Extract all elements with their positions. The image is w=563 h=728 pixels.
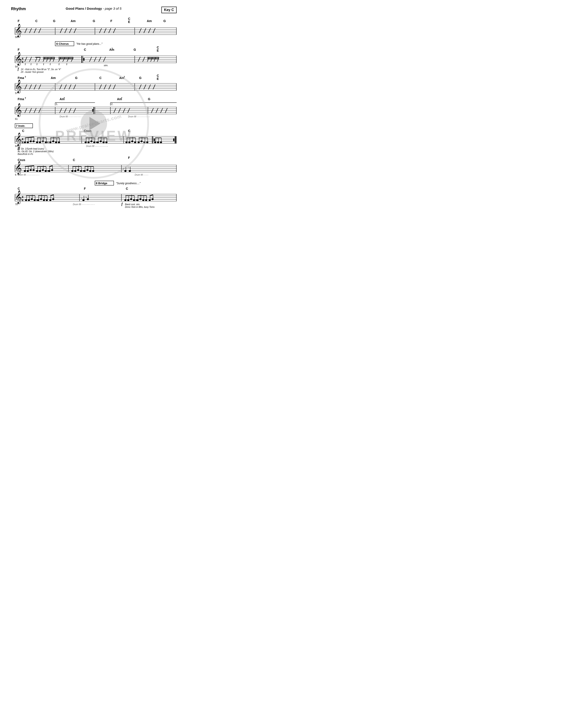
svg-line-22 xyxy=(29,28,32,33)
svg-text:E: E xyxy=(128,20,130,24)
svg-point-389 xyxy=(40,198,42,200)
svg-point-404 xyxy=(87,198,89,200)
svg-point-256 xyxy=(105,141,107,143)
svg-point-393 xyxy=(46,199,48,201)
svg-point-227 xyxy=(45,141,47,143)
svg-text:Fma: Fma xyxy=(18,76,24,80)
svg-point-383 xyxy=(34,199,36,201)
svg-point-428 xyxy=(151,198,154,200)
svg-line-34 xyxy=(144,28,146,33)
page-info: - page 3 of 5 xyxy=(103,7,121,10)
svg-point-311 xyxy=(30,169,32,171)
svg-point-343 xyxy=(86,169,88,171)
svg-text:sim.: sim. xyxy=(104,64,108,67)
svg-text:Drum fill - - - - - - - - - -: Drum fill - - - - - - - - - - xyxy=(86,145,108,147)
svg-text:64: 64 xyxy=(15,145,18,147)
svg-point-328 xyxy=(51,169,53,171)
svg-line-23 xyxy=(34,28,36,33)
svg-point-273 xyxy=(143,141,145,143)
svg-point-214 xyxy=(27,141,29,143)
svg-point-266 xyxy=(134,141,136,143)
svg-text:𝄽: 𝄽 xyxy=(43,63,44,66)
svg-point-260 xyxy=(125,141,128,143)
svg-text:𝄞: 𝄞 xyxy=(15,103,22,117)
svg-line-429 xyxy=(150,195,153,196)
svg-point-316 xyxy=(36,170,38,172)
svg-text:2X - busier Tom groove: 2X - busier Tom groove xyxy=(21,71,44,73)
svg-text:Drum fill - - - - - - - - - -: Drum fill - - - - - - - - - - xyxy=(128,115,150,118)
svg-point-269 xyxy=(137,141,140,143)
svg-line-329 xyxy=(49,166,53,167)
svg-text:70: 70 xyxy=(15,203,18,206)
svg-line-35 xyxy=(148,28,150,33)
svg-point-379 xyxy=(28,199,30,201)
svg-point-246 xyxy=(93,141,95,143)
svg-text:Drum fill - - - - - - - - - -: Drum fill - - - - - - - - - - xyxy=(73,203,94,206)
svg-point-210 xyxy=(173,140,174,141)
svg-point-391 xyxy=(43,199,45,201)
svg-text:Am: Am xyxy=(51,76,56,80)
svg-text:7 Instr.: 7 Instr. xyxy=(16,124,25,128)
svg-text:"He has good plans...": "He has good plans..." xyxy=(76,42,102,45)
svg-text:Drum fill - - - -: Drum fill - - - - xyxy=(135,174,148,176)
svg-text:𝄽: 𝄽 xyxy=(58,63,60,66)
svg-line-31 xyxy=(109,28,111,33)
svg-point-335 xyxy=(77,169,79,171)
svg-text:Fma: Fma xyxy=(18,97,24,101)
svg-text:F: F xyxy=(18,19,20,23)
svg-point-167 xyxy=(92,111,93,112)
svg-text:>: > xyxy=(85,196,87,199)
svg-text:E: E xyxy=(157,77,159,81)
svg-text:E: E xyxy=(157,49,159,52)
svg-text:7: 7 xyxy=(111,48,113,50)
svg-point-351 xyxy=(124,170,126,172)
svg-text:𝄞: 𝄞 xyxy=(15,52,22,66)
svg-line-32 xyxy=(113,28,115,33)
svg-text:G: G xyxy=(133,48,136,51)
svg-line-30 xyxy=(104,28,106,33)
key-badge: Key C xyxy=(161,7,177,13)
svg-line-21 xyxy=(25,28,27,33)
svg-point-307 xyxy=(24,170,26,172)
svg-point-252 xyxy=(100,141,102,142)
svg-point-221 xyxy=(36,141,38,143)
svg-text:𝄞: 𝄞 xyxy=(15,133,22,146)
svg-text:1.: 1. xyxy=(56,103,58,106)
song-title: Good Plans / Doxology xyxy=(66,7,102,10)
svg-text:Drum fill - - - - - - - - - -: Drum fill - - - - - - - - - - xyxy=(60,115,81,118)
svg-point-240 xyxy=(85,141,87,143)
svg-point-320 xyxy=(42,169,44,171)
svg-point-275 xyxy=(146,141,148,143)
svg-point-61 xyxy=(83,59,85,61)
svg-point-381 xyxy=(31,198,33,200)
svg-text:>: > xyxy=(81,197,83,200)
svg-point-228 xyxy=(47,142,49,143)
svg-text:F: F xyxy=(84,187,86,190)
svg-point-423 xyxy=(145,199,147,201)
svg-text:F: F xyxy=(110,19,112,23)
svg-text:𝄽: 𝄽 xyxy=(66,63,67,66)
svg-text:G: G xyxy=(93,19,95,23)
svg-point-233 xyxy=(52,141,54,142)
svg-point-262 xyxy=(128,141,130,143)
svg-point-318 xyxy=(39,170,41,172)
svg-text:C: C xyxy=(22,129,24,133)
svg-point-225 xyxy=(42,141,44,142)
svg-point-413 xyxy=(133,199,135,201)
svg-point-309 xyxy=(27,170,29,172)
svg-text:C: C xyxy=(84,48,86,51)
svg-text:Band cont. sim.: Band cont. sim. xyxy=(125,203,140,206)
page-header: Rhythm Good Plans / Doxology - page 3 of… xyxy=(11,7,177,13)
svg-point-231 xyxy=(49,141,51,143)
svg-line-399 xyxy=(50,195,54,196)
svg-point-411 xyxy=(130,198,132,200)
svg-text:2.: 2. xyxy=(111,103,113,106)
svg-text:C: C xyxy=(73,158,75,162)
svg-point-282 xyxy=(154,141,156,143)
svg-point-331 xyxy=(71,170,73,172)
svg-text:𝄽: 𝄽 xyxy=(25,63,26,66)
svg-point-398 xyxy=(52,198,54,200)
svg-text:7: 7 xyxy=(121,97,122,99)
svg-text:4: 4 xyxy=(22,141,23,144)
svg-text:f: f xyxy=(18,67,19,71)
